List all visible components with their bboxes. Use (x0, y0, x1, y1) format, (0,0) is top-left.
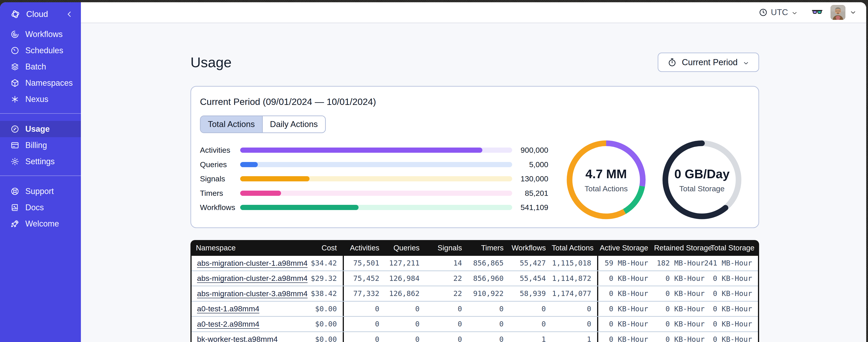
sidebar-item-label: Welcome (25, 219, 59, 229)
sidebar-item-usage[interactable]: Usage (0, 121, 81, 137)
user-menu-chevron-icon[interactable] (849, 9, 857, 16)
sidebar-item-support[interactable]: Support (0, 183, 81, 199)
usage-card-title: Current Period (09/01/2024 — 10/01/2024) (200, 97, 376, 107)
period-select-button[interactable]: Current Period (658, 53, 759, 72)
sidebar-item-schedules[interactable]: Schedules (0, 42, 81, 59)
cell-workflows: 55,454 (509, 271, 552, 286)
sidebar-nav: WorkflowsSchedulesBatchNamespacesNexusUs… (0, 26, 81, 232)
welcome-icon (10, 219, 20, 228)
nexus-icon (10, 95, 20, 104)
cell-active-storage: 59 MB-Hour (597, 256, 654, 271)
cell-queries: 0 (385, 317, 426, 332)
sidebar-collapse-button[interactable] (65, 10, 74, 19)
bar-value: 541,109 (512, 203, 548, 212)
cell-workflows: 0 (509, 302, 552, 316)
donut-center-text: 0 GB/DayTotal Storage (661, 139, 743, 220)
cell-timers: 856,960 (468, 271, 509, 286)
namespaces-icon (10, 78, 20, 88)
cell-cost: $38.42 (290, 286, 343, 301)
cell-namespace: abs-migration-cluster-1.a98mm4 (192, 256, 290, 271)
tab-total-actions[interactable]: Total Actions (200, 116, 262, 132)
cell-total-storage: 0 KB-Hour (711, 332, 758, 342)
bar-label: Activities (200, 146, 240, 155)
page-title: Usage (190, 54, 231, 70)
cell-workflows: 1 (509, 332, 552, 342)
bar-label: Timers (200, 189, 240, 198)
cell-total-storage: 241 MB-Hour (711, 256, 758, 271)
sidebar-item-namespaces[interactable]: Namespaces (0, 75, 81, 91)
bar-track (240, 162, 512, 167)
sidebar-item-label: Billing (25, 141, 47, 150)
bar-value: 130,000 (512, 174, 548, 183)
tab-daily-actions[interactable]: Daily Actions (262, 116, 325, 132)
bar-track (240, 176, 512, 181)
bar-fill (240, 191, 281, 196)
namespace-link[interactable]: bk-worker-test.a98mm4 (197, 335, 278, 342)
sidebar-divider (0, 113, 81, 114)
donut-center-text: 4.7 MMTotal Actions (565, 139, 647, 220)
page-content: Usage Current Period Current Period (09/… (81, 23, 759, 342)
sidebar-item-welcome[interactable]: Welcome (0, 216, 81, 232)
donut-value: 4.7 MM (585, 167, 627, 181)
sidebar-item-label: Workflows (25, 30, 63, 39)
namespace-link[interactable]: a0-test-1.a98mm4 (197, 304, 259, 313)
feedback-glasses-icon[interactable] (811, 6, 823, 19)
bar-track (240, 205, 512, 210)
cell-total-actions: 0 (552, 302, 597, 316)
cell-queries: 126,984 (385, 271, 426, 286)
sidebar-item-nexus[interactable]: Nexus (0, 91, 81, 107)
sidebar-item-workflows[interactable]: Workflows (0, 26, 81, 42)
cell-signals: 0 (426, 332, 468, 342)
table-header-queries: Queries (385, 244, 426, 252)
usage-bar-row-activities: Activities900,000 (200, 143, 548, 158)
cell-activities: 0 (343, 317, 385, 332)
namespace-link[interactable]: a0-test-2.a98mm4 (197, 320, 259, 329)
cell-retained-storage: 0 KB-Hour (654, 302, 711, 316)
cell-retained-storage: 0 KB-Hour (654, 332, 711, 342)
sidebar-item-billing[interactable]: Billing (0, 137, 81, 153)
cell-retained-storage: 0 KB-Hour (654, 286, 711, 301)
cell-total-actions: 1,174,077 (552, 286, 597, 301)
timezone-picker[interactable]: UTC (758, 8, 798, 17)
table-header-cost: Cost (290, 244, 343, 252)
cell-signals: 0 (426, 317, 468, 332)
sidebar-item-label: Usage (25, 124, 50, 134)
sidebar-item-label: Schedules (25, 46, 63, 55)
cell-namespace: a0-test-1.a98mm4 (192, 302, 290, 316)
total-storage-donut: 0 GB/DayTotal Storage (661, 139, 743, 220)
cell-total-actions: 1,115,018 (552, 256, 597, 271)
cell-timers: 0 (468, 317, 509, 332)
sidebar-item-label: Batch (25, 62, 46, 71)
cell-timers: 0 (468, 302, 509, 316)
cell-total-storage: 0 KB-Hour (711, 302, 758, 316)
schedules-icon (10, 46, 20, 55)
sidebar-brand[interactable]: Cloud (0, 2, 81, 26)
cell-active-storage: 0 KB-Hour (597, 286, 654, 301)
donut-label: Total Actions (585, 184, 628, 193)
bar-label: Workflows (200, 203, 240, 212)
cell-activities: 0 (343, 332, 385, 342)
sidebar-item-label: Namespaces (25, 78, 73, 88)
sidebar-item-docs[interactable]: Docs (0, 199, 81, 216)
cell-cost: $34.42 (290, 256, 343, 271)
batch-icon (10, 62, 20, 71)
bar-track (240, 191, 512, 196)
usage-summary-card: Current Period (09/01/2024 — 10/01/2024)… (190, 86, 759, 228)
table-row: a0-test-1.a98mm4$0.000000000 KB-Hour0 KB… (192, 301, 758, 316)
table-body: abs-migration-cluster-1.a98mm4$34.4275,5… (190, 256, 759, 342)
sidebar-item-batch[interactable]: Batch (0, 59, 81, 75)
table-row: abs-migration-cluster-3.a98mm4$38.4277,3… (192, 285, 758, 301)
chevron-down-icon (743, 59, 749, 66)
cell-workflows: 55,427 (509, 256, 552, 271)
docs-icon (10, 203, 20, 212)
billing-icon (10, 141, 20, 150)
cell-namespace: bk-worker-test.a98mm4 (192, 332, 290, 342)
support-icon (10, 187, 20, 196)
cell-activities: 77,332 (343, 286, 385, 301)
user-avatar[interactable] (831, 5, 845, 20)
cell-active-storage: 0 KB-Hour (597, 271, 654, 286)
cell-timers: 0 (468, 332, 509, 342)
usage-bar-chart: Activities900,000Queries5,000Signals130,… (200, 143, 548, 215)
usage-bar-row-queries: Queries5,000 (200, 158, 548, 172)
sidebar-item-settings[interactable]: Settings (0, 153, 81, 170)
